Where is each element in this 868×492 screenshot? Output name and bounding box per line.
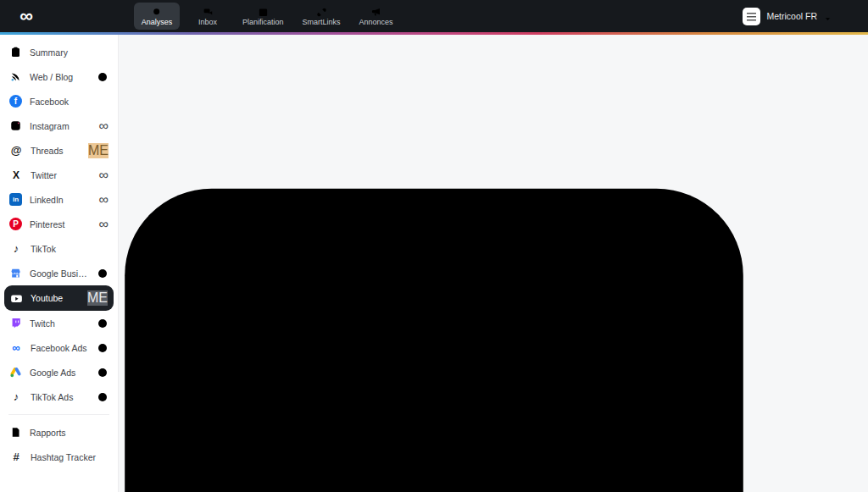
- connected-badge: ∞: [99, 168, 108, 183]
- account-initials-badge: ME: [87, 290, 108, 306]
- sidebar-item-label: TikTok: [31, 244, 101, 254]
- account-name: Metricool FR: [766, 11, 817, 21]
- hamburger-menu-icon[interactable]: [844, 10, 856, 22]
- topnav-label: Analyses: [142, 18, 173, 26]
- sidebar-item-instagram[interactable]: Instagram∞: [0, 113, 118, 138]
- connect-badge[interactable]: [97, 367, 108, 379]
- sidebar-item-label: Twitter: [31, 170, 92, 180]
- pinterest-icon: P: [9, 218, 22, 230]
- analytics-tabs-bar: COMMUNAUTÉDONNÉES DÉMOGRAPHIQUESREVENUS …: [0, 0, 868, 492]
- sidebar-item-label: Web / Blog: [30, 72, 89, 82]
- connect-badge[interactable]: [97, 71, 108, 83]
- infinity-icon: ∞: [99, 192, 108, 207]
- connected-badge: ∞: [99, 192, 108, 207]
- threads-icon: @: [9, 144, 23, 158]
- sidebar-item-facebook[interactable]: fFacebook: [0, 89, 118, 113]
- sidebar-item-label: Rapports: [30, 428, 108, 438]
- account-initials-badge: ME: [88, 143, 108, 158]
- sidebar-item-threads[interactable]: @ThreadsME: [0, 138, 118, 163]
- account-switcher[interactable]: Metricool FR: [743, 8, 832, 25]
- sidebar-item-label: Summary: [30, 47, 108, 58]
- add-circle-icon: [97, 71, 108, 83]
- infinity-icon: ∞: [99, 168, 108, 183]
- add-circle-icon: [97, 367, 108, 379]
- tiktok-icon: ♪: [9, 242, 23, 256]
- topnav-planification[interactable]: Planification: [236, 3, 291, 30]
- sidebar-item-label: Facebook Ads: [31, 343, 89, 353]
- sidebar-item-google-business[interactable]: Google Business ...: [0, 261, 118, 285]
- hashtag-icon: #: [9, 451, 23, 464]
- connected-badge: ∞: [99, 217, 108, 232]
- add-circle-icon: [97, 318, 108, 329]
- topnav-annonces[interactable]: Annonces: [353, 3, 400, 30]
- doc-icon: [9, 426, 22, 439]
- sidebar-item-label: Google Ads: [30, 368, 89, 378]
- store-icon: [9, 267, 22, 279]
- add-circle-icon: [97, 391, 108, 403]
- linkedin-icon: in: [9, 193, 22, 206]
- meta-infinity-icon: ∞: [9, 341, 23, 355]
- tiktok-icon: ♪: [9, 390, 23, 404]
- chat-icon: [203, 6, 214, 17]
- sidebar-items: SummaryWeb / BlogfFacebookInstagram∞@Thr…: [0, 40, 118, 469]
- date-range-picker[interactable]: 14 mai 2024 - 12 juin 2024: [0, 15, 868, 492]
- sidebar-item-label: Facebook: [30, 97, 101, 107]
- sidebar: SummaryWeb / BlogfFacebookInstagram∞@Thr…: [0, 35, 119, 492]
- megaphone-icon: [370, 6, 381, 17]
- sidebar-divider: [8, 414, 109, 415]
- clipboard-icon: [9, 46, 22, 58]
- connect-badge[interactable]: [97, 268, 108, 279]
- topnav-analyses[interactable]: Analyses: [134, 3, 180, 30]
- gads-icon: [9, 366, 22, 379]
- top-navigation-bar: ∞ AnalysesInboxPlanificationSmartLinksAn…: [0, 0, 868, 32]
- add-circle-icon: [97, 268, 108, 279]
- topnav-label: SmartLinks: [303, 18, 341, 26]
- topbar-right: Metricool FR: [743, 0, 856, 32]
- sidebar-item-youtube[interactable]: YoutubeME: [4, 285, 114, 311]
- app-window: ∞ AnalysesInboxPlanificationSmartLinksAn…: [0, 0, 868, 492]
- sidebar-item-label: LinkedIn: [30, 195, 92, 205]
- connect-badge[interactable]: [97, 391, 108, 403]
- sidebar-item-hashtag-tracker[interactable]: #Hashtag Tracker: [0, 445, 118, 469]
- sidebar-item-rapports[interactable]: Rapports: [0, 420, 118, 445]
- facebook-icon: f: [9, 95, 22, 108]
- twitter-x-icon: X: [9, 169, 23, 182]
- sidebar-item-web-blog[interactable]: Web / Blog: [0, 64, 118, 89]
- sidebar-item-facebook-ads[interactable]: ∞Facebook Ads: [0, 335, 118, 360]
- sidebar-item-label: Youtube: [31, 293, 80, 303]
- add-circle-icon: [97, 342, 108, 354]
- link-icon: [316, 6, 327, 17]
- topnav-label: Planification: [242, 18, 284, 26]
- instagram-icon: [9, 119, 22, 132]
- sidebar-item-label: Threads: [31, 146, 81, 156]
- sidebar-item-label: Google Business ...: [30, 268, 89, 279]
- topnav-label: Inbox: [198, 18, 217, 26]
- sidebar-item-tiktok-ads[interactable]: ♪TikTok Ads: [0, 384, 118, 409]
- sidebar-item-summary[interactable]: Summary: [0, 40, 118, 64]
- brand-gradient-divider: [0, 32, 868, 35]
- account-avatar: [743, 8, 760, 25]
- topbar-nav: AnalysesInboxPlanificationSmartLinksAnno…: [134, 0, 400, 32]
- chevron-down-icon: [823, 12, 832, 21]
- search-icon: [152, 6, 163, 17]
- sidebar-item-label: TikTok Ads: [31, 392, 89, 402]
- topnav-smartlinks[interactable]: SmartLinks: [296, 3, 348, 30]
- sidebar-item-tiktok[interactable]: ♪TikTok: [0, 236, 118, 261]
- youtube-icon: [10, 292, 23, 305]
- connect-badge[interactable]: [97, 318, 108, 329]
- twitch-icon: [9, 317, 22, 329]
- topnav-inbox[interactable]: Inbox: [185, 3, 231, 30]
- infinity-icon: ∞: [99, 217, 108, 232]
- sidebar-item-pinterest[interactable]: PPinterest∞: [0, 212, 118, 236]
- sidebar-item-google-ads[interactable]: Google Ads: [0, 360, 118, 384]
- infinity-icon: ∞: [99, 119, 108, 134]
- sidebar-item-label: Hashtag Tracker: [31, 452, 108, 462]
- sidebar-item-twitch[interactable]: Twitch: [0, 311, 118, 335]
- connect-badge[interactable]: [97, 342, 108, 354]
- metricool-logo-icon[interactable]: ∞: [0, 7, 51, 25]
- topnav-label: Annonces: [359, 18, 393, 26]
- sidebar-item-linkedin[interactable]: inLinkedIn∞: [0, 187, 118, 212]
- rss-icon: [9, 70, 22, 83]
- sidebar-item-label: Twitch: [30, 318, 89, 329]
- sidebar-item-twitter[interactable]: XTwitter∞: [0, 163, 118, 187]
